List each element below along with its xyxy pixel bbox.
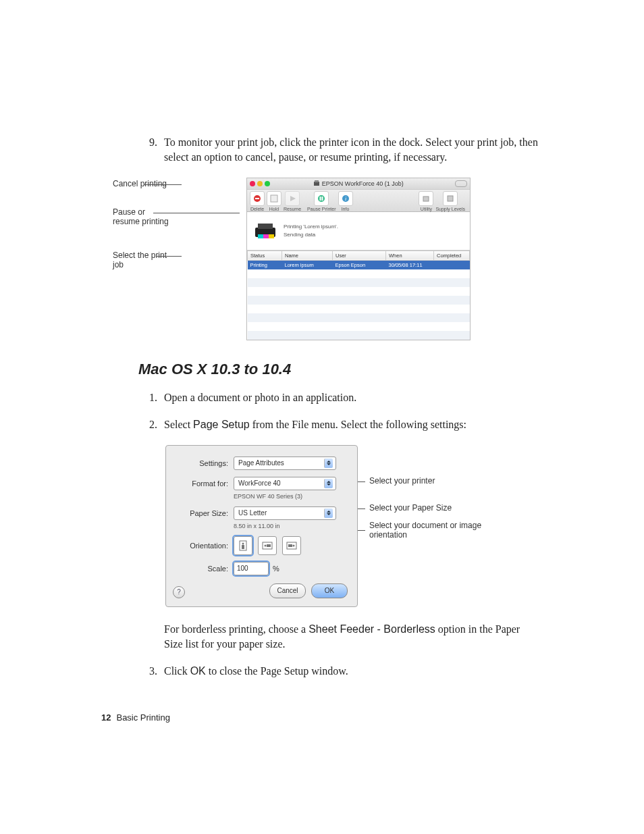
format-for-label: Format for: <box>176 479 234 488</box>
svg-rect-20 <box>242 545 244 549</box>
step-9: 9. To monitor your print job, click the … <box>138 135 539 165</box>
step-number: 1. <box>138 390 164 405</box>
step-3: 3. Click OK to close the Page Setup wind… <box>138 664 539 679</box>
svg-rect-3 <box>255 198 259 199</box>
step-number: 2. <box>138 417 164 432</box>
orientation-portrait-button[interactable] <box>234 536 252 555</box>
orientation-landscape-right-button[interactable] <box>282 536 301 555</box>
utility-button[interactable]: Utility <box>419 191 433 211</box>
status-line-1: Printing 'Lorem ipsum'. <box>284 223 338 231</box>
step-1: 1. Open a document or photo in an applic… <box>138 390 539 405</box>
table-header-row: Status Name User When Completed <box>248 251 470 260</box>
status-area: Printing 'Lorem ipsum'. Sending data <box>247 212 470 251</box>
callout-select-printer: Select your printer <box>369 476 504 486</box>
step-2: 2. Select Page Setup from the File menu.… <box>138 417 539 432</box>
page-setup-figure: Select your printer Select your Paper Si… <box>165 445 510 607</box>
callout-select-paper-size: Select your Paper Size <box>369 503 504 513</box>
format-for-subtext: EPSON WF 40 Series (3) <box>234 493 348 500</box>
col-completed[interactable]: Completed <box>434 251 470 260</box>
svg-text:i: i <box>344 196 346 202</box>
svg-point-6 <box>318 195 325 202</box>
svg-marker-5 <box>290 196 296 201</box>
svg-rect-8 <box>322 197 323 201</box>
svg-rect-12 <box>448 196 453 201</box>
supply-levels-button[interactable]: Supply Levels <box>435 191 465 211</box>
svg-rect-23 <box>267 544 271 547</box>
help-button[interactable]: ? <box>173 586 185 598</box>
settings-combo[interactable]: Page Attributes <box>234 457 336 470</box>
delete-button[interactable]: Delete <box>250 191 265 211</box>
chevron-updown-icon <box>324 509 333 518</box>
orientation-label: Orientation: <box>176 542 234 550</box>
svg-point-25 <box>293 544 295 546</box>
info-button[interactable]: i Info <box>338 191 353 211</box>
svg-rect-16 <box>263 234 269 238</box>
scale-label: Scale: <box>176 565 234 573</box>
page-setup-dialog: Settings: Page Attributes Format for: Wo… <box>165 445 358 607</box>
step-text: Select Page Setup from the File menu. Se… <box>164 417 539 432</box>
svg-point-19 <box>242 542 244 544</box>
svg-rect-1 <box>315 180 319 182</box>
svg-rect-11 <box>423 197 429 201</box>
col-when[interactable]: When <box>386 251 434 260</box>
svg-rect-15 <box>258 234 263 238</box>
step-number: 9. <box>138 135 164 165</box>
page-number: 12 <box>101 712 111 723</box>
svg-rect-4 <box>271 195 277 202</box>
svg-rect-7 <box>320 197 321 201</box>
format-for-combo[interactable]: WorkForce 40 <box>234 477 336 490</box>
table-row[interactable]: Printing Lorem ipsum Epson Epson 30/05/0… <box>248 260 470 269</box>
callout-select-job: Select the print job <box>113 251 172 269</box>
job-table: Status Name User When Completed Printing… <box>247 251 470 340</box>
status-line-2: Sending data <box>284 231 338 239</box>
step-number: 3. <box>138 664 164 679</box>
landscape-left-icon <box>262 542 273 550</box>
chevron-updown-icon <box>324 459 333 468</box>
step-text: To monitor your print job, click the pri… <box>164 135 539 165</box>
titlebar: EPSON WorkForce 40 (1 Job) <box>247 178 470 190</box>
scale-input[interactable]: 100 <box>234 562 269 575</box>
pause-printer-button[interactable]: Pause Printer <box>307 191 336 211</box>
callout-select-orientation: Select your document or image orientatio… <box>369 521 504 540</box>
landscape-right-icon <box>286 542 297 550</box>
borderless-note: For borderless printing, choose a Sheet … <box>164 622 539 652</box>
orientation-landscape-left-button[interactable] <box>258 536 277 555</box>
col-user[interactable]: User <box>333 251 386 260</box>
toolbar: Delete Hold Resume Pause Printer i Info <box>247 190 470 212</box>
paper-size-label: Paper Size: <box>176 509 234 517</box>
resume-button[interactable]: Resume <box>284 191 301 211</box>
svg-rect-26 <box>288 544 292 547</box>
col-status[interactable]: Status <box>248 251 282 260</box>
svg-rect-14 <box>258 224 273 229</box>
callout-pause-resume: Pause or resume printing <box>113 207 172 226</box>
settings-label: Settings: <box>176 459 234 467</box>
svg-point-22 <box>265 544 267 546</box>
step-text: Open a document or photo in an applicati… <box>164 390 539 405</box>
window-title: EPSON WorkForce 40 (1 Job) <box>247 180 470 187</box>
svg-rect-17 <box>269 234 274 238</box>
hold-button[interactable]: Hold <box>267 191 281 211</box>
paper-size-combo[interactable]: US Letter <box>234 506 336 520</box>
col-name[interactable]: Name <box>282 251 333 260</box>
print-queue-figure: Cancel printing Pause or resume printing… <box>179 178 473 340</box>
paper-size-subtext: 8.50 in x 11.00 in <box>234 523 348 529</box>
cancel-button[interactable]: Cancel <box>269 583 306 598</box>
print-queue-window: EPSON WorkForce 40 (1 Job) Delete Hold R… <box>246 178 471 340</box>
step-text: Click OK to close the Page Setup window. <box>164 664 539 679</box>
section-heading: Mac OS X 10.3 to 10.4 <box>138 361 539 378</box>
ok-button[interactable]: OK <box>311 583 348 598</box>
portrait-icon <box>239 540 247 551</box>
printer-icon <box>254 222 277 240</box>
callout-cancel: Cancel printing <box>113 179 172 188</box>
footer-section: Basic Printing <box>116 712 169 723</box>
scale-unit: % <box>273 565 279 573</box>
page-footer: 12Basic Printing <box>101 712 170 723</box>
toolbar-toggle-icon[interactable] <box>455 180 467 187</box>
chevron-updown-icon <box>324 479 333 488</box>
